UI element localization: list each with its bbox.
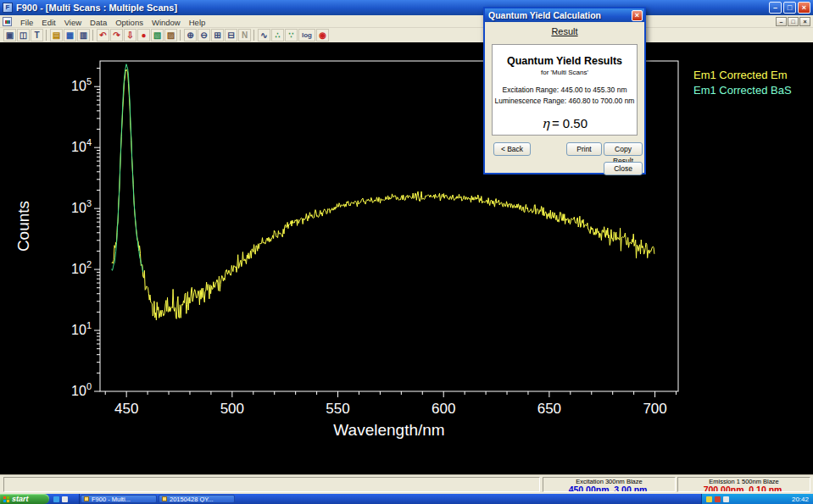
svg-text:105: 105 [71,76,92,93]
overlay-scans-icon[interactable]: ∿ [258,29,270,42]
open-file-icon[interactable]: ▤ [50,29,63,42]
eta-value: = 0.50 [552,116,587,130]
taskbar-task[interactable]: 20150428 QY... [159,495,235,503]
dialog-titlebar[interactable]: Quantum Yield Calculation × [485,8,644,22]
data-points-icon[interactable]: ∴ [271,29,284,42]
normalize-icon[interactable]: N [238,29,251,42]
task-window-icon [84,496,89,501]
svg-text:101: 101 [71,320,92,337]
cascade-windows-icon[interactable]: ▣ [3,29,16,42]
tile-windows-icon[interactable]: ◫ [17,29,30,42]
svg-text:700: 700 [643,401,666,417]
excitation-status-panel: Excitation 300nm Blaze 450.00nm, 3.00 nm… [543,477,676,492]
result-subheading: for 'Multi Scans' [493,69,637,76]
legend-series-em: Em1 Corrected Em [693,68,792,83]
svg-text:100: 100 [71,381,92,398]
luminescence-range-text: Luminescence Range: 460.80 to 700.00 nm [493,96,637,107]
taskbar-clock: 20:42 [792,496,809,503]
svg-text:600: 600 [432,401,455,417]
menu-edit[interactable]: Edit [37,18,59,27]
svg-text:550: 550 [326,401,349,417]
tray-icon[interactable] [715,496,721,502]
svg-text:650: 650 [537,401,561,417]
result-tab[interactable]: Result [485,26,644,36]
quantum-yield-value: η= 0.50 [493,116,637,131]
menu-bar: FileEditViewDataOptionsWindowHelp – □ × [0,15,813,28]
redo-icon[interactable]: ↷ [110,29,123,42]
zoom-region-icon[interactable]: ⊞ [211,29,224,42]
result-heading: Quantum Yield Results [493,55,637,67]
toolbar-separator [92,30,93,41]
export-data-icon[interactable]: ⇩ [124,29,136,42]
quantum-yield-dialog: Quantum Yield Calculation × Result Quant… [483,7,646,174]
close-button-dialog[interactable]: Close [604,162,643,175]
spectrum-chart: 450500550600650700100101102103104105Wave… [0,42,813,474]
svg-text:103: 103 [71,198,92,215]
quick-launch-bar [49,494,80,504]
chart-type-icon[interactable]: ▧ [151,29,164,42]
eta-symbol: η [542,116,549,131]
plot-area: 450500550600650700100101102103104105Wave… [0,42,813,474]
emission-wavelength-value: 700.00nm, 0.10 nm, [678,485,810,492]
child-restore-button[interactable]: □ [788,17,799,26]
menu-data[interactable]: Data [86,18,111,27]
start-button-label: start [12,495,29,503]
menu-view[interactable]: View [60,18,86,27]
dialog-close-icon[interactable]: × [632,10,643,21]
quick-launch-browser-icon[interactable] [53,496,59,502]
grid-toggle-icon[interactable]: ⊟ [225,29,237,42]
log-scale-button[interactable]: log [298,29,315,42]
svg-text:Counts: Counts [14,201,32,252]
status-message-panel [3,477,540,492]
svg-text:104: 104 [71,137,92,154]
menu-window[interactable]: Window [148,18,185,27]
undo-icon[interactable]: ↶ [97,29,109,42]
toolbar-separator [180,30,181,41]
print-icon[interactable]: ▥ [77,29,90,42]
marker-icon[interactable]: ◉ [316,29,329,42]
annotate-text-icon[interactable]: T [31,29,43,42]
record-scan-icon[interactable]: ● [137,29,150,42]
menu-options[interactable]: Options [111,18,148,27]
copy-result-button[interactable]: Copy Result [604,142,643,156]
quick-launch-desktop-icon[interactable] [62,496,68,502]
emission-status-panel: Emission 1 500nm Blaze 700.00nm, 0.10 nm… [677,477,810,492]
print-button[interactable]: Print [566,142,602,156]
windows-logo-icon [3,496,9,502]
excitation-range-text: Excitation Range: 445.00 to 455.30 nm [493,85,637,96]
start-button[interactable]: start [0,494,49,504]
save-file-icon[interactable]: ▦ [64,29,76,42]
child-close-button[interactable]: × [799,17,810,26]
f900-application-window: F F900 - [Multi Scans : Multiple Scans] … [0,0,813,504]
maximize-button[interactable]: □ [783,2,796,14]
task-window-icon [162,496,167,501]
taskbar-task[interactable]: F900 - Multi... [81,495,157,503]
zoom-out-icon[interactable]: ⊖ [198,29,210,42]
svg-text:Wavelength/nm: Wavelength/nm [333,421,444,439]
minimize-button[interactable]: – [769,2,782,14]
window-title: F900 - [Multi Scans : Multiple Scans] [16,3,177,13]
toolbar-separator [46,30,47,41]
toolbar-separator [253,30,254,41]
tray-icon[interactable] [723,496,729,502]
excitation-wavelength-value: 450.00nm, 3.00 nm, [543,485,675,492]
join-points-icon[interactable]: ∵ [285,29,298,42]
svg-text:500: 500 [220,401,244,417]
menu-help[interactable]: Help [185,18,210,27]
zoom-in-icon[interactable]: ⊕ [184,29,197,42]
status-bar: Excitation 300nm Blaze 450.00nm, 3.00 nm… [0,474,813,494]
toolbar: ▣◫T▤▦▥↶↷⇩●▧▨⊕⊖⊞⊟N∿∴∵log◉ [0,28,813,42]
svg-text:102: 102 [71,259,92,276]
svg-text:450: 450 [114,401,138,417]
back-button[interactable]: < Back [493,142,531,156]
child-minimize-button[interactable]: – [776,17,787,26]
system-tray: 20:42 [701,494,813,504]
tray-icon[interactable] [706,496,712,502]
result-panel: Quantum Yield Results for 'Multi Scans' … [492,44,638,136]
windows-taskbar: start F900 - Multi...20150428 QY... 20:4… [0,494,813,504]
copy-plot-icon[interactable]: ▨ [164,29,177,42]
app-icon: F [3,3,13,13]
menu-file[interactable]: File [16,18,37,27]
dialog-title: Quantum Yield Calculation [488,10,601,20]
close-button[interactable]: × [798,2,810,14]
